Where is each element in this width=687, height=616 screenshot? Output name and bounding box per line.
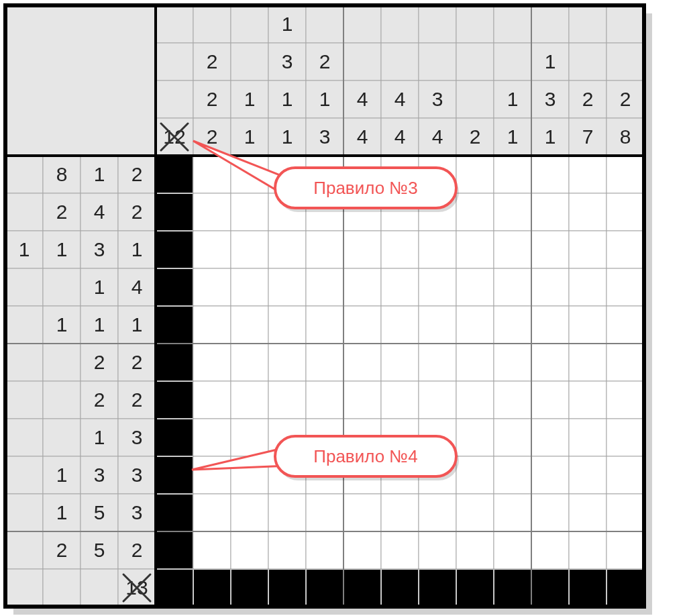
grid-cell[interactable] <box>193 156 231 193</box>
grid-cell[interactable] <box>231 344 268 381</box>
grid-cell[interactable] <box>456 419 494 456</box>
grid-cell[interactable] <box>494 456 531 494</box>
grid-cell[interactable] <box>344 268 381 306</box>
grid-cell[interactable] <box>344 531 381 569</box>
grid-cell[interactable] <box>569 268 606 306</box>
grid-cell[interactable] <box>569 456 606 494</box>
grid-cell[interactable] <box>344 381 381 419</box>
grid-cell[interactable] <box>231 419 268 456</box>
grid-cell[interactable] <box>456 344 494 381</box>
grid-cell[interactable] <box>456 156 494 193</box>
grid-cell[interactable] <box>231 268 268 306</box>
grid-cell[interactable] <box>531 381 569 419</box>
grid-cell[interactable] <box>268 531 306 569</box>
grid-cell[interactable] <box>456 268 494 306</box>
grid-cell[interactable] <box>494 381 531 419</box>
grid-cell[interactable] <box>231 193 268 231</box>
grid-cell[interactable] <box>419 494 456 531</box>
grid-cell[interactable] <box>569 419 606 456</box>
grid-cell[interactable] <box>456 531 494 569</box>
grid-cell[interactable] <box>456 494 494 531</box>
grid-cell[interactable] <box>531 156 569 193</box>
grid-cell[interactable] <box>381 344 419 381</box>
grid-cell[interactable] <box>344 306 381 344</box>
grid-cell[interactable] <box>494 193 531 231</box>
grid-cell[interactable] <box>193 381 231 419</box>
grid-cell[interactable] <box>306 306 344 344</box>
grid-cell[interactable] <box>193 231 231 268</box>
grid-cell[interactable] <box>268 494 306 531</box>
grid-cell[interactable] <box>231 231 268 268</box>
grid-cell[interactable] <box>381 231 419 268</box>
grid-cell[interactable] <box>306 494 344 531</box>
grid-cell[interactable] <box>456 306 494 344</box>
grid-cell[interactable] <box>606 193 644 231</box>
grid-cell[interactable] <box>606 531 644 569</box>
grid-cell[interactable] <box>381 531 419 569</box>
grid-cell[interactable] <box>569 193 606 231</box>
grid-cell[interactable] <box>193 494 231 531</box>
grid-cell[interactable] <box>381 306 419 344</box>
grid-cell[interactable] <box>306 344 344 381</box>
grid-cell[interactable] <box>306 268 344 306</box>
grid-cell[interactable] <box>531 456 569 494</box>
grid-cell[interactable] <box>531 306 569 344</box>
grid-cell[interactable] <box>381 381 419 419</box>
grid-cell[interactable] <box>606 381 644 419</box>
grid-cell[interactable] <box>419 268 456 306</box>
grid-cell[interactable] <box>606 306 644 344</box>
grid-cell[interactable] <box>268 231 306 268</box>
grid-cell[interactable] <box>606 156 644 193</box>
grid-cell[interactable] <box>456 193 494 231</box>
grid-cell[interactable] <box>344 494 381 531</box>
grid-cell[interactable] <box>419 344 456 381</box>
grid-cell[interactable] <box>193 419 231 456</box>
grid-cell[interactable] <box>531 268 569 306</box>
grid-cell[interactable] <box>268 268 306 306</box>
grid-cell[interactable] <box>231 306 268 344</box>
grid-cell[interactable] <box>494 306 531 344</box>
grid-cell[interactable] <box>306 381 344 419</box>
grid-cell[interactable] <box>193 531 231 569</box>
grid-cell[interactable] <box>456 381 494 419</box>
grid-cell[interactable] <box>494 494 531 531</box>
grid-cell[interactable] <box>306 231 344 268</box>
grid-cell[interactable] <box>456 231 494 268</box>
grid-cell[interactable] <box>569 381 606 419</box>
grid-cell[interactable] <box>381 494 419 531</box>
grid-cell[interactable] <box>531 231 569 268</box>
grid-cell[interactable] <box>419 531 456 569</box>
grid-cell[interactable] <box>231 494 268 531</box>
grid-cell[interactable] <box>569 344 606 381</box>
grid-cell[interactable] <box>419 231 456 268</box>
grid-cell[interactable] <box>456 456 494 494</box>
grid-cell[interactable] <box>606 344 644 381</box>
grid-cell[interactable] <box>606 231 644 268</box>
grid-cell[interactable] <box>606 268 644 306</box>
grid-cell[interactable] <box>419 381 456 419</box>
grid-cell[interactable] <box>268 381 306 419</box>
grid-cell[interactable] <box>531 494 569 531</box>
grid-cell[interactable] <box>193 344 231 381</box>
grid-cell[interactable] <box>193 306 231 344</box>
grid-cell[interactable] <box>569 156 606 193</box>
grid-cell[interactable] <box>531 419 569 456</box>
grid-cell[interactable] <box>531 344 569 381</box>
grid-cell[interactable] <box>494 268 531 306</box>
grid-cell[interactable] <box>231 381 268 419</box>
grid-cell[interactable] <box>606 456 644 494</box>
grid-cell[interactable] <box>381 268 419 306</box>
grid-cell[interactable] <box>494 419 531 456</box>
grid-cell[interactable] <box>193 268 231 306</box>
grid-cell[interactable] <box>494 156 531 193</box>
grid-cell[interactable] <box>531 531 569 569</box>
grid-cell[interactable] <box>606 494 644 531</box>
grid-cell[interactable] <box>569 306 606 344</box>
grid-cell[interactable] <box>268 344 306 381</box>
grid-cell[interactable] <box>494 344 531 381</box>
grid-cell[interactable] <box>531 193 569 231</box>
grid-cell[interactable] <box>569 494 606 531</box>
grid-cell[interactable] <box>231 531 268 569</box>
grid-cell[interactable] <box>344 344 381 381</box>
grid-cell[interactable] <box>268 306 306 344</box>
